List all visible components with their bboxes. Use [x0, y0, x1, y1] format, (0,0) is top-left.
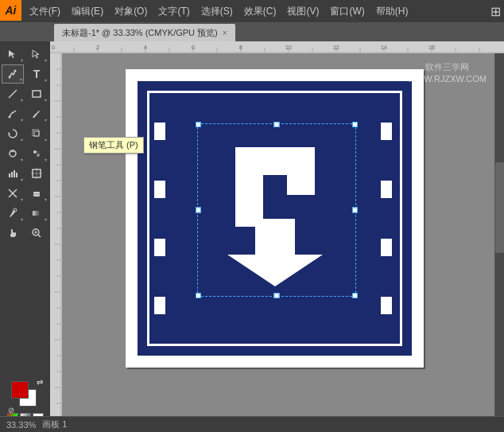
- menu-file[interactable]: 文件(F): [25, 3, 65, 20]
- tab-label: 未标题-1* @ 33.33% (CMYK/GPU 预览): [62, 27, 218, 39]
- svg-rect-14: [16, 173, 17, 177]
- svg-rect-21: [33, 211, 41, 216]
- film-hole: [381, 297, 392, 314]
- ruler-vertical: [50, 53, 62, 416]
- canvas-workspace[interactable]: 软件三学网 WWW.RJZXW.COM: [62, 53, 494, 416]
- svg-rect-12: [11, 172, 13, 177]
- artboard-name: 画板 1: [42, 418, 67, 430]
- pen-tool[interactable]: ▾: [2, 64, 24, 84]
- svg-point-0: [14, 70, 17, 72]
- menu-select[interactable]: 选择(S): [196, 3, 238, 20]
- svg-marker-85: [227, 255, 323, 286]
- svg-rect-55: [50, 53, 62, 416]
- artboard: [126, 69, 424, 368]
- ruler-horizontal: 0 2 4 6 8 10 12 14: [50, 41, 504, 53]
- svg-point-1: [9, 76, 11, 79]
- svg-text:8: 8: [239, 45, 242, 50]
- svg-text:2: 2: [96, 45, 99, 50]
- document-tab[interactable]: 未标题-1* @ 33.33% (CMYK/GPU 预览) ×: [54, 24, 235, 41]
- menu-effect[interactable]: 效果(C): [239, 3, 281, 20]
- type-tool[interactable]: T ▾: [25, 64, 48, 84]
- svg-text:16: 16: [428, 45, 435, 50]
- svg-point-20: [14, 208, 17, 212]
- svg-text:6: 6: [192, 45, 195, 50]
- film-hole: [381, 123, 392, 140]
- selection-tool[interactable]: ▾: [2, 45, 24, 64]
- svg-text:10: 10: [285, 45, 292, 50]
- paintbrush-tool[interactable]: ▾: [25, 104, 48, 123]
- top-section: Ai 文件(F) 编辑(E) 对象(O) 文字(T) 选择(S) 效果(C) 视…: [0, 0, 504, 22]
- svg-rect-11: [9, 173, 10, 177]
- status-bar: 33.33% 画板 1: [0, 416, 504, 432]
- svg-line-2: [9, 90, 17, 98]
- none-color-icon[interactable]: ⊘: [8, 406, 14, 414]
- artwork-outer: [138, 81, 412, 356]
- menu-type[interactable]: 文字(T): [153, 3, 194, 20]
- film-hole: [154, 297, 165, 314]
- canvas-area: 0 2 4 6 8 10 12 14: [50, 41, 504, 432]
- svg-rect-26: [50, 41, 504, 53]
- film-hole: [154, 123, 165, 140]
- gradient-tool[interactable]: ▾: [25, 204, 48, 223]
- film-hole: [381, 181, 392, 198]
- tools-grid: ▾ ▾ ▾ T ▾ ▾: [0, 41, 50, 246]
- svg-rect-83: [235, 147, 315, 175]
- svg-rect-3: [33, 91, 41, 97]
- main-layout: ▾ ▾ ▾ T ▾ ▾: [0, 41, 504, 432]
- direct-selection-tool[interactable]: ▾: [25, 45, 48, 64]
- artwork-inner: [147, 91, 402, 346]
- svg-point-10: [37, 151, 39, 153]
- zoom-tool[interactable]: [25, 224, 48, 243]
- menu-view[interactable]: 视图(V): [282, 3, 324, 20]
- fill-box[interactable]: [11, 381, 29, 399]
- pen-tool-tooltip: 钢笔工具 (P): [83, 137, 144, 154]
- film-hole: [381, 239, 392, 256]
- svg-line-23: [38, 235, 41, 237]
- tab-bar: 未标题-1* @ 33.33% (CMYK/GPU 预览) ×: [0, 22, 504, 41]
- uturn-symbol: [197, 133, 352, 304]
- scrollbar-vertical[interactable]: [494, 53, 504, 416]
- pencil-tool[interactable]: ▾: [2, 104, 24, 123]
- svg-rect-13: [14, 170, 15, 177]
- film-hole: [154, 239, 165, 256]
- left-toolbar: ▾ ▾ ▾ T ▾ ▾: [0, 41, 50, 432]
- warp-tool[interactable]: ▾: [2, 144, 24, 163]
- menu-help[interactable]: 帮助(H): [371, 3, 413, 20]
- line-tool[interactable]: ▾: [2, 84, 24, 103]
- menu-edit[interactable]: 编辑(E): [67, 3, 108, 20]
- menu-bar: 文件(F) 编辑(E) 对象(O) 文字(T) 选择(S) 效果(C) 视图(V…: [21, 0, 504, 22]
- rect-tool[interactable]: ▾: [25, 84, 48, 103]
- svg-text:4: 4: [144, 45, 147, 50]
- svg-text:14: 14: [381, 45, 387, 50]
- eraser-tool[interactable]: ▾: [25, 184, 48, 203]
- slice-tool[interactable]: ▾: [2, 184, 24, 203]
- artboard-tool[interactable]: [25, 164, 48, 183]
- svg-point-9: [37, 154, 40, 157]
- tab-close-button[interactable]: ×: [223, 29, 227, 37]
- hand-tool[interactable]: [2, 224, 24, 243]
- scale-tool[interactable]: ▾: [25, 124, 48, 143]
- rotate-tool[interactable]: ▾: [2, 124, 24, 143]
- svg-text:0: 0: [52, 45, 55, 50]
- eyedropper-tool[interactable]: ▾: [2, 204, 24, 223]
- swap-colors-icon[interactable]: ⇄: [37, 378, 43, 387]
- svg-text:12: 12: [333, 45, 339, 50]
- graph-tool[interactable]: ▾: [2, 164, 24, 183]
- menu-object[interactable]: 对象(O): [110, 3, 152, 20]
- film-hole: [154, 181, 165, 198]
- symbol-tool[interactable]: ▾: [25, 144, 48, 163]
- svg-rect-5: [34, 131, 39, 136]
- svg-point-8: [33, 150, 37, 154]
- menu-window[interactable]: 窗口(W): [325, 3, 369, 20]
- scrollbar-v-thumb[interactable]: [495, 162, 504, 253]
- status-text: 33.33%: [6, 420, 36, 430]
- svg-point-4: [9, 116, 11, 119]
- svg-rect-6: [33, 130, 39, 136]
- panel-switcher-icon[interactable]: ⊞: [490, 4, 501, 19]
- app-logo: Ai: [0, 0, 21, 21]
